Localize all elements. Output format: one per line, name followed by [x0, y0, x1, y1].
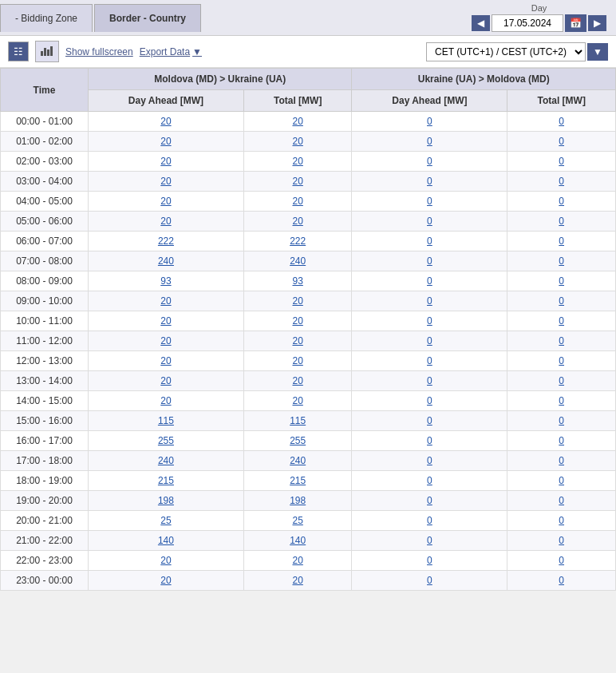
cell-md-ua-total-link[interactable]: 20	[292, 315, 302, 327]
cell-md-ua-day-ahead-link[interactable]: 115	[158, 415, 174, 426]
cell-ua-md-total-link[interactable]: 0	[559, 236, 564, 247]
cell-ua-md-day-ahead-link[interactable]: 0	[427, 236, 432, 247]
cell-md-ua-total-link[interactable]: 20	[292, 196, 302, 207]
cell-ua-md-day-ahead-link[interactable]: 0	[427, 555, 432, 566]
cell-ua-md-day-ahead-link[interactable]: 0	[427, 355, 432, 366]
cell-ua-md-day-ahead-link[interactable]: 0	[427, 455, 432, 466]
timezone-dropdown[interactable]: CET (UTC+1) / CEST (UTC+2)	[426, 42, 586, 61]
cell-md-ua-day-ahead-link[interactable]: 222	[158, 236, 174, 247]
cell-md-ua-day-ahead-link[interactable]: 215	[158, 475, 174, 486]
date-input[interactable]	[492, 14, 563, 32]
cell-md-ua-total-link[interactable]: 20	[292, 395, 302, 406]
cell-md-ua-total-link[interactable]: 215	[290, 475, 306, 486]
cell-ua-md-day-ahead-link[interactable]: 0	[427, 156, 432, 167]
export-data-button[interactable]: Export Data ▼	[140, 46, 202, 57]
cell-md-ua-total-link[interactable]: 20	[292, 295, 302, 307]
cell-ua-md-day-ahead-link[interactable]: 0	[427, 435, 432, 446]
cell-md-ua-total-link[interactable]: 20	[292, 116, 302, 127]
cell-md-ua-total-link[interactable]: 140	[290, 535, 306, 546]
cell-ua-md-total-link[interactable]: 0	[559, 196, 564, 207]
cell-md-ua-total-link[interactable]: 20	[292, 136, 302, 147]
cell-md-ua-day-ahead-link[interactable]: 93	[160, 275, 171, 287]
cell-ua-md-total-link[interactable]: 0	[559, 255, 564, 267]
cell-ua-md-total-link[interactable]: 0	[559, 435, 564, 446]
cell-ua-md-total-link[interactable]: 0	[559, 495, 564, 506]
cell-md-ua-day-ahead-link[interactable]: 20	[160, 335, 171, 346]
cell-ua-md-total-link[interactable]: 0	[559, 375, 564, 386]
cell-ua-md-day-ahead-link[interactable]: 0	[427, 176, 432, 187]
cell-ua-md-total-link[interactable]: 0	[559, 216, 564, 227]
tab-border-country[interactable]: Border - Country	[94, 4, 201, 32]
cell-ua-md-day-ahead-link[interactable]: 0	[427, 415, 432, 426]
show-fullscreen-link[interactable]: Show fullscreen	[65, 46, 133, 57]
cell-md-ua-day-ahead-link[interactable]: 20	[160, 176, 171, 187]
cell-md-ua-day-ahead-link[interactable]: 140	[158, 535, 174, 546]
cell-md-ua-total-link[interactable]: 20	[292, 575, 302, 586]
cell-ua-md-total-link[interactable]: 0	[559, 275, 564, 287]
cell-md-ua-total-link[interactable]: 222	[290, 236, 306, 247]
cell-md-ua-total-link[interactable]: 25	[292, 515, 302, 526]
cell-ua-md-total-link[interactable]: 0	[559, 475, 564, 486]
cell-md-ua-day-ahead-link[interactable]: 198	[158, 495, 174, 506]
cell-ua-md-total-link[interactable]: 0	[559, 335, 564, 346]
cell-ua-md-day-ahead-link[interactable]: 0	[427, 295, 432, 307]
cell-ua-md-day-ahead-link[interactable]: 0	[427, 196, 432, 207]
grid-view-button[interactable]: ☷	[8, 42, 29, 61]
cell-md-ua-day-ahead-link[interactable]: 255	[158, 435, 174, 446]
cell-md-ua-day-ahead-link[interactable]: 20	[160, 395, 171, 406]
cell-md-ua-day-ahead-link[interactable]: 240	[158, 455, 174, 466]
cell-md-ua-total-link[interactable]: 255	[290, 435, 306, 446]
cell-md-ua-total-link[interactable]: 20	[292, 375, 302, 386]
cell-md-ua-total-link[interactable]: 115	[290, 415, 306, 426]
cell-ua-md-total-link[interactable]: 0	[559, 315, 564, 327]
cell-md-ua-day-ahead-link[interactable]: 20	[160, 575, 171, 586]
cell-ua-md-day-ahead-link[interactable]: 0	[427, 515, 432, 526]
cell-ua-md-day-ahead-link[interactable]: 0	[427, 275, 432, 287]
cell-ua-md-total-link[interactable]: 0	[559, 555, 564, 566]
cell-md-ua-total-link[interactable]: 20	[292, 156, 302, 167]
cell-md-ua-day-ahead-link[interactable]: 20	[160, 315, 171, 327]
cell-ua-md-day-ahead-link[interactable]: 0	[427, 535, 432, 546]
cell-md-ua-total-link[interactable]: 198	[290, 495, 306, 506]
cell-md-ua-day-ahead-link[interactable]: 20	[160, 196, 171, 207]
cell-ua-md-total-link[interactable]: 0	[559, 136, 564, 147]
cell-ua-md-day-ahead-link[interactable]: 0	[427, 335, 432, 346]
chart-view-button[interactable]	[35, 41, 59, 62]
cell-md-ua-day-ahead-link[interactable]: 25	[160, 515, 171, 526]
cell-md-ua-day-ahead-link[interactable]: 20	[160, 375, 171, 386]
cell-ua-md-total-link[interactable]: 0	[559, 116, 564, 127]
cell-ua-md-total-link[interactable]: 0	[559, 156, 564, 167]
cell-md-ua-day-ahead-link[interactable]: 20	[160, 555, 171, 566]
cell-md-ua-total-link[interactable]: 240	[290, 255, 306, 267]
cell-ua-md-total-link[interactable]: 0	[559, 535, 564, 546]
cell-ua-md-day-ahead-link[interactable]: 0	[427, 216, 432, 227]
cell-md-ua-total-link[interactable]: 20	[292, 335, 302, 346]
cell-md-ua-day-ahead-link[interactable]: 20	[160, 295, 171, 307]
cell-ua-md-day-ahead-link[interactable]: 0	[427, 136, 432, 147]
cell-md-ua-day-ahead-link[interactable]: 20	[160, 116, 171, 127]
cell-ua-md-day-ahead-link[interactable]: 0	[427, 395, 432, 406]
cell-md-ua-day-ahead-link[interactable]: 20	[160, 355, 171, 366]
cell-ua-md-day-ahead-link[interactable]: 0	[427, 495, 432, 506]
calendar-button[interactable]: 📅	[565, 14, 586, 32]
cell-ua-md-day-ahead-link[interactable]: 0	[427, 575, 432, 586]
cell-ua-md-total-link[interactable]: 0	[559, 575, 564, 586]
cell-md-ua-total-link[interactable]: 93	[292, 275, 302, 287]
cell-md-ua-total-link[interactable]: 240	[290, 455, 306, 466]
timezone-arrow-button[interactable]: ▼	[587, 43, 608, 61]
tab-bidding-zone[interactable]: - Bidding Zone	[0, 4, 93, 32]
cell-md-ua-total-link[interactable]: 20	[292, 176, 302, 187]
cell-ua-md-total-link[interactable]: 0	[559, 395, 564, 406]
cell-ua-md-day-ahead-link[interactable]: 0	[427, 475, 432, 486]
cell-md-ua-day-ahead-link[interactable]: 20	[160, 156, 171, 167]
next-day-button[interactable]: ▶	[588, 15, 606, 31]
cell-ua-md-total-link[interactable]: 0	[559, 295, 564, 307]
cell-ua-md-total-link[interactable]: 0	[559, 515, 564, 526]
cell-ua-md-total-link[interactable]: 0	[559, 455, 564, 466]
cell-ua-md-day-ahead-link[interactable]: 0	[427, 315, 432, 327]
cell-ua-md-day-ahead-link[interactable]: 0	[427, 255, 432, 267]
cell-md-ua-day-ahead-link[interactable]: 240	[158, 255, 174, 267]
cell-md-ua-total-link[interactable]: 20	[292, 355, 302, 366]
cell-ua-md-day-ahead-link[interactable]: 0	[427, 375, 432, 386]
prev-day-button[interactable]: ◀	[472, 15, 490, 31]
